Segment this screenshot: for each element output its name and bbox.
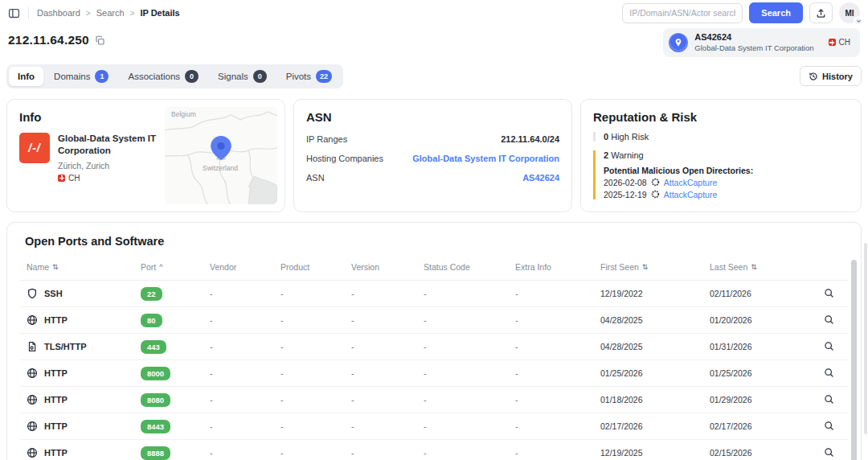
cards-row: Info /-/ Global-Data System IT Corporati… xyxy=(0,88,868,212)
org-name: Global-Data System IT Corporation xyxy=(58,133,172,158)
column-header-last-seen[interactable]: Last Seen⇅ xyxy=(710,262,803,272)
last-seen-value: 01/31/2026 xyxy=(710,342,803,351)
ip-ranges-value: 212.11.64.0/24 xyxy=(501,134,559,144)
row-label: Hosting Companies xyxy=(306,154,383,163)
version-value: - xyxy=(351,368,424,378)
tab-signals[interactable]: Signals 0 xyxy=(209,67,276,86)
row-search-button[interactable] xyxy=(824,288,834,298)
sort-both-icon: ⇅ xyxy=(751,263,757,271)
last-seen-value: 01/25/2026 xyxy=(710,368,803,378)
attackcapture-icon xyxy=(651,190,660,199)
port-badge: 80 xyxy=(141,314,162,327)
asn-row-asn: ASN AS42624 xyxy=(306,173,559,183)
vendor-value: - xyxy=(210,395,280,405)
search-icon xyxy=(824,341,834,351)
search-input[interactable] xyxy=(622,3,743,23)
search-icon xyxy=(824,394,834,405)
breadcrumb-dashboard[interactable]: Dashboard xyxy=(37,8,80,18)
page-scrollbar[interactable] xyxy=(864,243,867,434)
column-header-first-seen[interactable]: First Seen⇅ xyxy=(600,262,710,272)
asn-link[interactable]: AS42624 xyxy=(522,173,559,183)
product-value: - xyxy=(280,289,351,298)
warning-heading: Potential Malicious Open Directories: xyxy=(604,166,849,175)
tab-bar: Info Domains 1 Associations 0 Signals 0 … xyxy=(6,64,343,88)
asn-chip-org: Global-Data System IT Corporation xyxy=(694,43,813,53)
sidebar-toggle-button[interactable] xyxy=(8,7,20,19)
page-header: 212.11.64.250 AS42624 Global-Data System… xyxy=(0,26,868,57)
tab-pivots[interactable]: Pivots 22 xyxy=(277,67,341,86)
hosting-company-link[interactable]: Global-Data System IT Corporation xyxy=(412,154,559,163)
divider xyxy=(28,7,29,19)
column-header-extra-info: Extra Info xyxy=(515,262,600,272)
tab-info[interactable]: Info xyxy=(9,67,43,86)
attackcapture-link[interactable]: AttackCapture xyxy=(664,190,718,199)
page-title: 212.11.64.250 xyxy=(8,33,89,47)
asn-chip-asn: AS42624 xyxy=(694,32,813,43)
copy-button[interactable] xyxy=(95,35,105,46)
version-value: - xyxy=(351,315,424,325)
status-code-value: - xyxy=(424,315,515,325)
row-search-button[interactable] xyxy=(824,314,834,325)
upload-button[interactable] xyxy=(809,2,833,23)
attackcapture-link[interactable]: AttackCapture xyxy=(664,178,718,187)
tab-label: Signals xyxy=(218,72,248,81)
tab-associations[interactable]: Associations 0 xyxy=(119,67,207,86)
row-search-button[interactable] xyxy=(824,341,834,351)
column-header-port[interactable]: Port^ xyxy=(141,262,210,272)
breadcrumb-search[interactable]: Search xyxy=(96,8,125,18)
history-icon xyxy=(809,72,818,81)
switzerland-flag-icon xyxy=(829,39,836,46)
tab-label: Pivots xyxy=(286,72,311,81)
globe-icon xyxy=(27,447,38,458)
tab-domains[interactable]: Domains 1 xyxy=(45,67,117,86)
version-value: - xyxy=(351,448,424,458)
search-button[interactable]: Search xyxy=(749,2,803,23)
warning-item: 2026-02-08 AttackCapture xyxy=(604,178,849,187)
history-button[interactable]: History xyxy=(800,66,862,86)
warning-label: Warning xyxy=(611,150,644,160)
column-header-name[interactable]: Name⇅ xyxy=(27,262,141,272)
warning-section: 2 Warning Potential Malicious Open Direc… xyxy=(593,150,849,199)
asn-card: ASN IP Ranges 212.11.64.0/24 Hosting Com… xyxy=(293,99,572,212)
tab-label: Domains xyxy=(54,72,90,81)
table-row: HTTP 8080 - - - - - 01/18/2026 01/29/202… xyxy=(20,387,848,413)
ports-table-header: Name⇅ Port^ Vendor Product Version Statu… xyxy=(20,255,848,281)
table-row: SSH 22 - - - - - 12/19/2022 02/11/2026 xyxy=(20,281,848,307)
port-badge: 8000 xyxy=(141,367,170,380)
asn-card-title: ASN xyxy=(306,110,559,124)
first-seen-value: 01/18/2026 xyxy=(600,395,710,405)
search-icon xyxy=(824,314,834,325)
product-value: - xyxy=(280,315,351,325)
avatar[interactable]: MI xyxy=(839,2,860,23)
ports-table-body: SSH 22 - - - - - 12/19/2022 02/11/2026 H… xyxy=(20,281,848,460)
row-search-button[interactable] xyxy=(824,421,834,431)
row-search-button[interactable] xyxy=(824,368,834,378)
row-label: IP Ranges xyxy=(306,134,347,144)
last-seen-value: 02/11/2026 xyxy=(710,289,803,298)
last-seen-value: 01/29/2026 xyxy=(710,395,803,405)
high-risk-count: 0 xyxy=(604,132,608,142)
vendor-value: - xyxy=(210,368,280,378)
row-search-button[interactable] xyxy=(824,394,834,405)
status-code-value: - xyxy=(424,395,515,405)
table-row: HTTP 8443 - - - - - 02/17/2026 02/17/202… xyxy=(20,413,848,440)
ports-table: Name⇅ Port^ Vendor Product Version Statu… xyxy=(20,255,848,460)
search-icon xyxy=(824,288,834,298)
version-value: - xyxy=(351,395,424,405)
table-scrollbar[interactable] xyxy=(851,260,857,460)
chevron-down-icon xyxy=(854,16,863,26)
asn-row-hosting-companies: Hosting Companies Global-Data System IT … xyxy=(306,154,559,163)
table-row: TLS/HTTP 443 - - - - - 04/28/2025 01/31/… xyxy=(20,334,848,360)
column-header-product: Product xyxy=(280,262,351,272)
count-badge: 22 xyxy=(316,70,332,83)
warning-date: 2025-12-19 xyxy=(604,190,647,199)
row-search-button[interactable] xyxy=(824,447,834,458)
sort-both-icon: ⇅ xyxy=(52,263,59,271)
asn-chip[interactable]: AS42624 Global-Data System IT Corporatio… xyxy=(663,28,860,57)
sidebar-toggle-icon xyxy=(8,7,20,19)
breadcrumb-separator: > xyxy=(86,9,91,18)
port-badge: 8888 xyxy=(141,446,170,460)
service-name: TLS/HTTP xyxy=(44,342,87,351)
table-row: HTTP 8000 - - - - - 01/25/2026 01/25/202… xyxy=(20,360,848,387)
switzerland-flag-icon xyxy=(58,175,65,182)
